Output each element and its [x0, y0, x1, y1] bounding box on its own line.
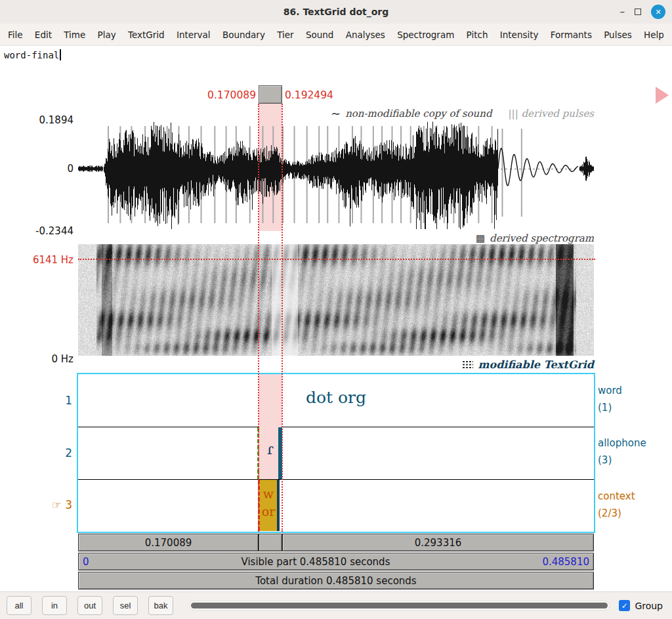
- menu-bar: File Edit Time Play TextGrid Interval Bo…: [0, 24, 672, 46]
- tier3-text-line1: w: [260, 485, 277, 503]
- tier3-selected-interval[interactable]: w or: [258, 480, 280, 531]
- amp-min-label: -0.2344: [16, 225, 74, 237]
- zoom-back-button[interactable]: bak: [148, 596, 173, 615]
- menu-item-formants[interactable]: Formants: [551, 30, 592, 40]
- interval-label-field[interactable]: word-final: [0, 46, 672, 64]
- menu-item-help[interactable]: Help: [644, 30, 664, 40]
- minimize-button[interactable]: –: [620, 9, 625, 15]
- tier3-name: context: [598, 490, 635, 502]
- menu-item-play[interactable]: Play: [98, 30, 116, 40]
- group-label: Group: [635, 601, 663, 611]
- tier3-number[interactable]: ☞ 3: [25, 498, 72, 511]
- textgrid-panel: dot org ɾ w or: [77, 373, 595, 533]
- play-icon[interactable]: [656, 87, 669, 104]
- visible-end: 0.485810: [542, 556, 589, 568]
- visible-part-label: Visible part 0.485810 seconds: [89, 556, 543, 568]
- horizontal-scrollbar[interactable]: [189, 601, 610, 610]
- zoom-selection-button[interactable]: sel: [113, 596, 138, 615]
- spectrogram-legend-row: ▩ derived spectrogram: [78, 232, 594, 244]
- spectrogram-icon: ▩: [476, 232, 485, 244]
- tier2-count: (3): [598, 454, 612, 466]
- zoom-all-button[interactable]: all: [7, 596, 32, 615]
- pulses-legend-text: derived pulses: [521, 108, 594, 119]
- group-control: ✓ Group: [619, 600, 663, 611]
- tier2-interval-text[interactable]: ɾ: [257, 441, 284, 458]
- menu-item-file[interactable]: File: [8, 30, 23, 40]
- tier3-number-text: 3: [65, 498, 72, 511]
- freq-cursor-label: 6141 Hz: [16, 254, 74, 266]
- interval-label-text: word-final: [4, 50, 59, 60]
- pulses-legend: ||| derived pulses: [509, 108, 594, 119]
- title-bar: 86. TextGrid dot_org – ✕: [0, 0, 672, 24]
- selection-start-time[interactable]: 0.170089: [125, 89, 256, 101]
- total-duration-label: Total duration 0.485810 seconds: [255, 575, 416, 587]
- play-selection-bar[interactable]: [259, 534, 282, 551]
- zoom-in-button[interactable]: in: [42, 596, 67, 615]
- tier-row-allophone[interactable]: [78, 427, 594, 479]
- menu-item-interval[interactable]: Interval: [177, 30, 211, 40]
- selection-drag-handle[interactable]: [259, 85, 282, 104]
- window-controls: – ✕: [620, 0, 666, 24]
- spectrogram-canvas[interactable]: [78, 244, 594, 356]
- tier-row-context[interactable]: [78, 479, 594, 532]
- tier1-number[interactable]: 1: [25, 394, 72, 407]
- menu-item-textgrid[interactable]: TextGrid: [128, 30, 165, 40]
- waveform-canvas[interactable]: [78, 118, 594, 231]
- visible-part-bar[interactable]: 0 Visible part 0.485810 seconds 0.485810: [78, 553, 594, 570]
- amp-max-label: 0.1894: [16, 114, 74, 126]
- pulses-icon: |||: [509, 108, 518, 119]
- total-duration-bar[interactable]: Total duration 0.485810 seconds: [78, 572, 594, 589]
- sound-legend-text: non-modifiable copy of sound: [345, 108, 492, 119]
- visible-start: 0: [83, 556, 89, 568]
- spectrogram-panel[interactable]: [78, 244, 594, 356]
- waveform-panel[interactable]: [78, 118, 594, 231]
- textgrid-legend-row: modifiable TextGrid: [78, 358, 594, 371]
- scrollbar-thumb[interactable]: [191, 603, 608, 608]
- tier3-text-line2: or: [260, 503, 277, 521]
- menu-item-intensity[interactable]: Intensity: [500, 30, 539, 40]
- menu-item-edit[interactable]: Edit: [35, 30, 52, 40]
- tier3-count: (2/3): [598, 507, 621, 519]
- pointing-hand-icon: ☞: [52, 498, 62, 511]
- group-checkbox[interactable]: ✓: [619, 600, 630, 611]
- close-button[interactable]: ✕: [651, 5, 665, 19]
- freq-min-label: 0 Hz: [16, 353, 74, 365]
- selection-end-line[interactable]: [282, 104, 283, 532]
- tier1-count: (1): [598, 402, 612, 414]
- menu-item-spectrogram[interactable]: Spectrogram: [397, 30, 454, 40]
- textgrid-legend-text: modifiable TextGrid: [478, 358, 594, 371]
- maximize-button[interactable]: [635, 9, 641, 15]
- right-duration: 0.293316: [415, 537, 462, 549]
- amp-zero-label: 0: [16, 163, 74, 175]
- selection-end-time[interactable]: 0.192494: [285, 89, 333, 101]
- menu-item-sound[interactable]: Sound: [306, 30, 334, 40]
- textgrid-tiers-icon: [462, 360, 474, 369]
- play-right-part-bar[interactable]: 0.293316: [282, 534, 594, 551]
- freq-cursor-line: [78, 259, 595, 260]
- tier1-name: word: [598, 385, 622, 396]
- text-caret: [60, 49, 61, 60]
- menu-item-analyses[interactable]: Analyses: [346, 30, 385, 40]
- selection-start-line[interactable]: [258, 104, 259, 532]
- play-left-part-bar[interactable]: 0.170089: [78, 534, 259, 551]
- tier1-interval-text[interactable]: dot org: [78, 388, 594, 407]
- tier2-number[interactable]: 2: [25, 446, 72, 459]
- tier2-name: allophone: [598, 437, 646, 449]
- menu-item-pitch[interactable]: Pitch: [467, 30, 488, 40]
- praat-textgrid-editor-window: 86. TextGrid dot_org – ✕ File Edit Time …: [0, 0, 672, 619]
- menu-item-boundary[interactable]: Boundary: [222, 30, 265, 40]
- left-duration: 0.170089: [145, 537, 192, 549]
- window-title: 86. TextGrid dot_org: [284, 7, 389, 17]
- menu-item-time[interactable]: Time: [64, 30, 85, 40]
- spectrogram-legend-text: derived spectrogram: [490, 232, 594, 244]
- zoom-out-button[interactable]: out: [77, 596, 102, 615]
- menu-item-pulses[interactable]: Pulses: [604, 30, 632, 40]
- bottom-control-bar: all in out sel bak ✓ Group: [0, 591, 672, 619]
- menu-item-tier[interactable]: Tier: [277, 30, 293, 40]
